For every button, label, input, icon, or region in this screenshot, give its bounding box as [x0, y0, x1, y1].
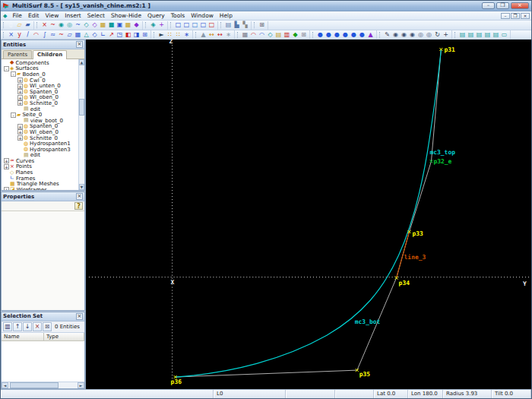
tree-expander[interactable]: + [4, 187, 9, 190]
render-icon[interactable]: ▦ [124, 21, 132, 30]
zoom-out-icon[interactable]: ◉ [400, 30, 408, 39]
tree-expander[interactable]: - [11, 71, 16, 77]
zoom-in-icon[interactable]: ◉ [391, 30, 400, 39]
entities-scrollbar[interactable]: ▲ ▼ [78, 59, 84, 190]
insert-solid-icon[interactable]: ◇ [90, 21, 99, 30]
tree-item-edit[interactable]: ▤edit [2, 153, 78, 159]
frame-tool-icon[interactable]: ∟ [99, 30, 107, 39]
select-all-icon[interactable]: ∗ [182, 30, 191, 39]
snake-tool-icon[interactable]: ~ [57, 30, 65, 39]
scroll-up-icon[interactable]: ▲ [79, 59, 84, 65]
copy-icon[interactable]: ◨ [132, 30, 141, 39]
delete-entity-icon[interactable]: × [40, 21, 49, 30]
tree-expander[interactable]: - [4, 66, 9, 71]
tree-item-wl-oben-0[interactable]: +◍Wl_oben_0 [2, 95, 78, 101]
viewport-canvas[interactable]: ZXYp31p32_ep33p34p35p36mc3_topmc3_botlin… [86, 40, 531, 389]
materials-icon[interactable]: ◆ [132, 21, 141, 30]
layers-icon[interactable]: ▚ [241, 21, 249, 30]
tree-expander[interactable]: + [4, 164, 9, 169]
tree-expander[interactable]: + [17, 124, 23, 129]
projection-icon[interactable]: ◳ [116, 30, 124, 39]
tree-item-curves[interactable]: +≈Curves [2, 158, 78, 164]
line-tool-icon[interactable]: / [24, 30, 32, 39]
tree-item-spanten-0[interactable]: +◍Spanten_0 [2, 124, 78, 130]
perspective-icon[interactable]: ▲ [366, 30, 375, 39]
angle-icon[interactable]: ↔ [216, 30, 224, 39]
view-window-3-icon[interactable]: □ [191, 21, 199, 30]
tree-item-cwl-0[interactable]: +◍Cwl_0 [2, 78, 78, 84]
bcurve-tool-icon[interactable]: ∫ [40, 30, 49, 39]
clear-set-icon[interactable]: ⊠ [43, 322, 52, 331]
tree-item-schnitte-0[interactable]: +◍Schnitte_0 [2, 100, 78, 106]
snap-icon[interactable]: ◈ [149, 21, 157, 30]
view-window-4-icon[interactable]: □ [199, 21, 207, 30]
view-right-icon[interactable]: ● [358, 30, 366, 39]
entities-close-icon[interactable]: × [76, 41, 83, 48]
info-icon[interactable]: ∗ [224, 30, 233, 39]
sheet-3-icon[interactable]: ▤ [475, 30, 483, 39]
rotate-view-icon[interactable]: ◉ [57, 21, 65, 30]
tree-item-boden-0[interactable]: -▰Boden_0 [2, 71, 78, 78]
insert-surface-icon[interactable]: ◇ [82, 21, 90, 30]
move-up-icon[interactable]: ↑ [13, 322, 22, 331]
tree-item-hydrospanten3[interactable]: ◍Hydrospanten3 [2, 147, 78, 153]
note-icon[interactable]: ▭ [500, 30, 508, 39]
tree-item-frames[interactable]: ∟Frames [2, 176, 78, 182]
tree-item-seite-0[interactable]: -▰Seite_0 [2, 112, 78, 118]
tree-item-view-boot-0[interactable]: ▤view_boot_0 [2, 118, 78, 124]
select-add-icon[interactable]: ∷ [166, 30, 174, 39]
refresh-icon[interactable]: ↻ [433, 30, 442, 39]
grid-icon[interactable]: ▦ [241, 30, 249, 39]
hscroll-track[interactable] [8, 382, 78, 388]
minimize-button[interactable]: – [482, 2, 495, 9]
tree-item-schnitte-0[interactable]: +◍Schnitte_0 [2, 135, 78, 141]
contours-icon[interactable]: ▤ [274, 30, 283, 39]
distance-icon[interactable]: ↔ [207, 30, 216, 39]
curvature-icon[interactable]: ◠ [249, 30, 258, 39]
tree-item-points[interactable]: +×Points [2, 164, 78, 170]
tree-item-edit[interactable]: ▤edit [2, 106, 78, 112]
tree-expander[interactable]: + [17, 135, 23, 141]
mdi-minimize-button[interactable]: – [501, 13, 510, 19]
selection-set-close-icon[interactable]: × [76, 313, 83, 320]
scroll-left-icon[interactable]: ◄ [2, 382, 8, 388]
view-bottom-icon[interactable]: ● [341, 30, 350, 39]
scroll-track[interactable] [79, 65, 84, 184]
select-cursor-icon[interactable]: ► [157, 30, 166, 39]
mirror-icon[interactable]: ◧ [124, 30, 132, 39]
plane-tool-icon[interactable]: ◇ [90, 30, 99, 39]
new-file-icon[interactable]: ▯ [7, 21, 15, 30]
hscroll-thumb[interactable] [10, 382, 59, 388]
column-name[interactable]: Name [2, 333, 44, 340]
menu-show-hide[interactable]: Show-Hide [108, 11, 144, 20]
mesh-tool-icon[interactable]: ▦ [74, 30, 82, 39]
properties-close-icon[interactable]: × [76, 193, 83, 200]
column-type[interactable]: Type [44, 333, 84, 340]
point-tool-icon[interactable]: × [7, 30, 15, 39]
tree-item-triangle-meshes[interactable]: ▦Triangle Meshes [2, 181, 78, 187]
arc-tool-icon[interactable]: ◠ [32, 30, 40, 39]
group-icon[interactable]: ⊞ [141, 30, 149, 39]
bead-tool-icon[interactable]: y [15, 30, 24, 39]
add-entity-icon[interactable]: + [157, 21, 166, 30]
viewport[interactable]: ZXYp31p32_ep33p34p35p36mc3_topmc3_botlin… [86, 40, 531, 389]
move-down-icon[interactable]: ↓ [23, 322, 32, 331]
mask-icon[interactable]: ▦ [99, 21, 107, 30]
select-window-icon[interactable]: ⊞ [258, 21, 266, 30]
sheet-4-icon[interactable]: ▤ [483, 30, 492, 39]
view-back-icon[interactable]: ● [325, 30, 333, 39]
normals-icon[interactable]: ◆ [291, 30, 299, 39]
remove-item-icon[interactable]: × [33, 322, 42, 331]
gauss-icon[interactable]: ◇ [266, 30, 274, 39]
tree-item-components[interactable]: ◆Components [2, 60, 78, 66]
sheet-2-icon[interactable]: ▤ [467, 30, 475, 39]
tree-expander[interactable]: + [17, 129, 23, 135]
sheet-1-icon[interactable]: ▤ [458, 30, 467, 39]
properties-help-button[interactable]: ? [74, 202, 83, 210]
tree-item-planes[interactable]: ◇Planes [2, 169, 78, 176]
view-front-icon[interactable]: ● [316, 30, 325, 39]
menu-help[interactable]: Help [217, 11, 236, 20]
scroll-thumb[interactable] [79, 99, 84, 116]
porcupine-icon[interactable]: ◠ [258, 30, 266, 39]
tree-item-hydrospanten1[interactable]: ◍Hydrospanten1 [2, 141, 78, 147]
